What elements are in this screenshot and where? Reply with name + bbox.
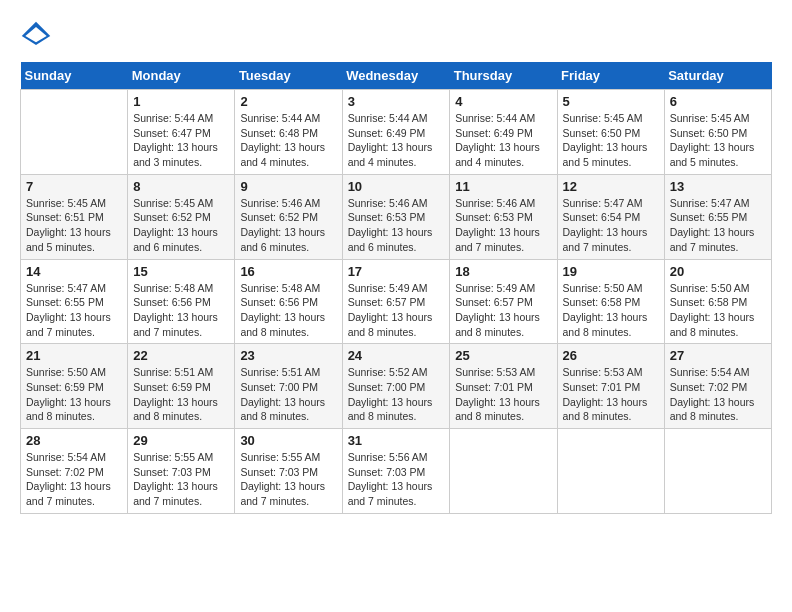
- day-detail: Sunrise: 5:50 AMSunset: 6:58 PMDaylight:…: [670, 281, 766, 340]
- calendar-week-2: 7Sunrise: 5:45 AMSunset: 6:51 PMDaylight…: [21, 174, 772, 259]
- day-number: 27: [670, 348, 766, 363]
- day-number: 5: [563, 94, 659, 109]
- calendar-week-3: 14Sunrise: 5:47 AMSunset: 6:55 PMDayligh…: [21, 259, 772, 344]
- page-header: [20, 20, 772, 52]
- calendar-cell: [21, 90, 128, 175]
- calendar-cell: 21Sunrise: 5:50 AMSunset: 6:59 PMDayligh…: [21, 344, 128, 429]
- day-number: 20: [670, 264, 766, 279]
- calendar-cell: 25Sunrise: 5:53 AMSunset: 7:01 PMDayligh…: [450, 344, 557, 429]
- calendar-cell: 29Sunrise: 5:55 AMSunset: 7:03 PMDayligh…: [128, 429, 235, 514]
- day-number: 26: [563, 348, 659, 363]
- day-detail: Sunrise: 5:45 AMSunset: 6:52 PMDaylight:…: [133, 196, 229, 255]
- calendar-week-5: 28Sunrise: 5:54 AMSunset: 7:02 PMDayligh…: [21, 429, 772, 514]
- calendar-cell: 30Sunrise: 5:55 AMSunset: 7:03 PMDayligh…: [235, 429, 342, 514]
- day-number: 18: [455, 264, 551, 279]
- calendar-cell: [664, 429, 771, 514]
- day-number: 16: [240, 264, 336, 279]
- day-detail: Sunrise: 5:49 AMSunset: 6:57 PMDaylight:…: [455, 281, 551, 340]
- day-header-monday: Monday: [128, 62, 235, 90]
- day-number: 12: [563, 179, 659, 194]
- calendar-cell: 13Sunrise: 5:47 AMSunset: 6:55 PMDayligh…: [664, 174, 771, 259]
- day-detail: Sunrise: 5:48 AMSunset: 6:56 PMDaylight:…: [240, 281, 336, 340]
- day-number: 29: [133, 433, 229, 448]
- calendar-cell: 16Sunrise: 5:48 AMSunset: 6:56 PMDayligh…: [235, 259, 342, 344]
- day-number: 8: [133, 179, 229, 194]
- day-number: 17: [348, 264, 445, 279]
- calendar-cell: 17Sunrise: 5:49 AMSunset: 6:57 PMDayligh…: [342, 259, 450, 344]
- day-number: 21: [26, 348, 122, 363]
- calendar-cell: 14Sunrise: 5:47 AMSunset: 6:55 PMDayligh…: [21, 259, 128, 344]
- calendar-cell: 15Sunrise: 5:48 AMSunset: 6:56 PMDayligh…: [128, 259, 235, 344]
- day-detail: Sunrise: 5:55 AMSunset: 7:03 PMDaylight:…: [240, 450, 336, 509]
- day-detail: Sunrise: 5:54 AMSunset: 7:02 PMDaylight:…: [670, 365, 766, 424]
- calendar-cell: 3Sunrise: 5:44 AMSunset: 6:49 PMDaylight…: [342, 90, 450, 175]
- day-header-saturday: Saturday: [664, 62, 771, 90]
- calendar-cell: 6Sunrise: 5:45 AMSunset: 6:50 PMDaylight…: [664, 90, 771, 175]
- day-header-wednesday: Wednesday: [342, 62, 450, 90]
- day-detail: Sunrise: 5:44 AMSunset: 6:47 PMDaylight:…: [133, 111, 229, 170]
- calendar-cell: 4Sunrise: 5:44 AMSunset: 6:49 PMDaylight…: [450, 90, 557, 175]
- day-number: 11: [455, 179, 551, 194]
- calendar-cell: 10Sunrise: 5:46 AMSunset: 6:53 PMDayligh…: [342, 174, 450, 259]
- day-detail: Sunrise: 5:50 AMSunset: 6:59 PMDaylight:…: [26, 365, 122, 424]
- day-detail: Sunrise: 5:45 AMSunset: 6:50 PMDaylight:…: [670, 111, 766, 170]
- day-number: 9: [240, 179, 336, 194]
- day-detail: Sunrise: 5:44 AMSunset: 6:49 PMDaylight:…: [348, 111, 445, 170]
- day-number: 25: [455, 348, 551, 363]
- day-detail: Sunrise: 5:47 AMSunset: 6:55 PMDaylight:…: [26, 281, 122, 340]
- calendar-cell: 26Sunrise: 5:53 AMSunset: 7:01 PMDayligh…: [557, 344, 664, 429]
- day-number: 6: [670, 94, 766, 109]
- calendar-cell: 5Sunrise: 5:45 AMSunset: 6:50 PMDaylight…: [557, 90, 664, 175]
- day-number: 22: [133, 348, 229, 363]
- calendar-cell: 24Sunrise: 5:52 AMSunset: 7:00 PMDayligh…: [342, 344, 450, 429]
- day-detail: Sunrise: 5:54 AMSunset: 7:02 PMDaylight:…: [26, 450, 122, 509]
- day-number: 28: [26, 433, 122, 448]
- day-detail: Sunrise: 5:53 AMSunset: 7:01 PMDaylight:…: [563, 365, 659, 424]
- logo: [20, 20, 54, 52]
- day-detail: Sunrise: 5:47 AMSunset: 6:55 PMDaylight:…: [670, 196, 766, 255]
- day-detail: Sunrise: 5:53 AMSunset: 7:01 PMDaylight:…: [455, 365, 551, 424]
- day-number: 31: [348, 433, 445, 448]
- day-detail: Sunrise: 5:45 AMSunset: 6:50 PMDaylight:…: [563, 111, 659, 170]
- day-detail: Sunrise: 5:55 AMSunset: 7:03 PMDaylight:…: [133, 450, 229, 509]
- calendar-cell: 19Sunrise: 5:50 AMSunset: 6:58 PMDayligh…: [557, 259, 664, 344]
- calendar-week-4: 21Sunrise: 5:50 AMSunset: 6:59 PMDayligh…: [21, 344, 772, 429]
- day-number: 30: [240, 433, 336, 448]
- calendar-cell: 2Sunrise: 5:44 AMSunset: 6:48 PMDaylight…: [235, 90, 342, 175]
- calendar-cell: 22Sunrise: 5:51 AMSunset: 6:59 PMDayligh…: [128, 344, 235, 429]
- day-detail: Sunrise: 5:46 AMSunset: 6:53 PMDaylight:…: [348, 196, 445, 255]
- calendar-cell: 7Sunrise: 5:45 AMSunset: 6:51 PMDaylight…: [21, 174, 128, 259]
- day-detail: Sunrise: 5:48 AMSunset: 6:56 PMDaylight:…: [133, 281, 229, 340]
- calendar-cell: 31Sunrise: 5:56 AMSunset: 7:03 PMDayligh…: [342, 429, 450, 514]
- logo-icon: [20, 20, 52, 52]
- calendar-week-1: 1Sunrise: 5:44 AMSunset: 6:47 PMDaylight…: [21, 90, 772, 175]
- day-number: 3: [348, 94, 445, 109]
- calendar-cell: 9Sunrise: 5:46 AMSunset: 6:52 PMDaylight…: [235, 174, 342, 259]
- day-number: 4: [455, 94, 551, 109]
- day-header-sunday: Sunday: [21, 62, 128, 90]
- day-detail: Sunrise: 5:47 AMSunset: 6:54 PMDaylight:…: [563, 196, 659, 255]
- calendar-cell: 11Sunrise: 5:46 AMSunset: 6:53 PMDayligh…: [450, 174, 557, 259]
- day-header-friday: Friday: [557, 62, 664, 90]
- day-detail: Sunrise: 5:56 AMSunset: 7:03 PMDaylight:…: [348, 450, 445, 509]
- calendar-cell: 27Sunrise: 5:54 AMSunset: 7:02 PMDayligh…: [664, 344, 771, 429]
- day-number: 2: [240, 94, 336, 109]
- day-number: 24: [348, 348, 445, 363]
- day-detail: Sunrise: 5:51 AMSunset: 6:59 PMDaylight:…: [133, 365, 229, 424]
- day-detail: Sunrise: 5:52 AMSunset: 7:00 PMDaylight:…: [348, 365, 445, 424]
- day-header-tuesday: Tuesday: [235, 62, 342, 90]
- day-detail: Sunrise: 5:49 AMSunset: 6:57 PMDaylight:…: [348, 281, 445, 340]
- day-number: 23: [240, 348, 336, 363]
- day-number: 14: [26, 264, 122, 279]
- day-detail: Sunrise: 5:46 AMSunset: 6:53 PMDaylight:…: [455, 196, 551, 255]
- calendar-table: SundayMondayTuesdayWednesdayThursdayFrid…: [20, 62, 772, 514]
- calendar-cell: 18Sunrise: 5:49 AMSunset: 6:57 PMDayligh…: [450, 259, 557, 344]
- calendar-cell: 1Sunrise: 5:44 AMSunset: 6:47 PMDaylight…: [128, 90, 235, 175]
- day-number: 1: [133, 94, 229, 109]
- day-detail: Sunrise: 5:44 AMSunset: 6:48 PMDaylight:…: [240, 111, 336, 170]
- calendar-cell: [557, 429, 664, 514]
- calendar-cell: 12Sunrise: 5:47 AMSunset: 6:54 PMDayligh…: [557, 174, 664, 259]
- day-header-thursday: Thursday: [450, 62, 557, 90]
- day-number: 19: [563, 264, 659, 279]
- day-number: 7: [26, 179, 122, 194]
